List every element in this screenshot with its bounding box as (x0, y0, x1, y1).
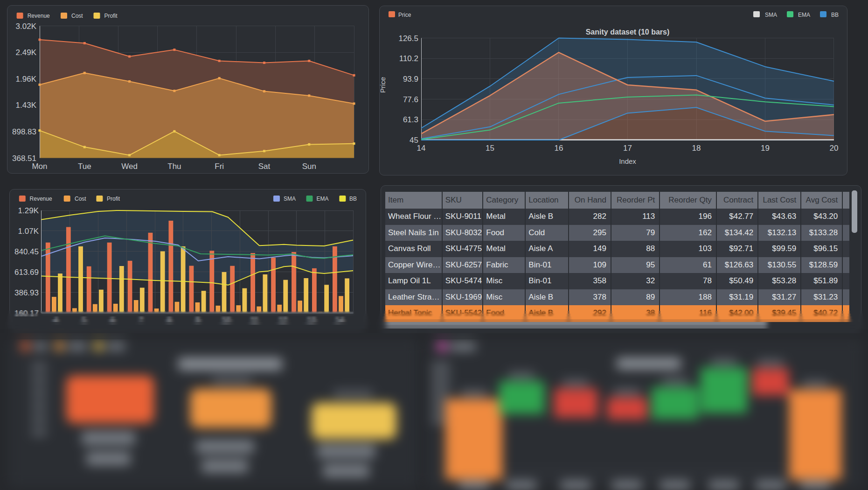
svg-text:Cost: Cost (75, 196, 86, 202)
svg-text:110.2: 110.2 (399, 54, 418, 63)
svg-text:Price: Price (379, 77, 387, 93)
svg-text:61.3: 61.3 (403, 115, 418, 124)
svg-text:Fri: Fri (215, 162, 224, 171)
svg-text:Profit: Profit (107, 196, 120, 202)
svg-text:2.49K: 2.49K (16, 48, 37, 57)
svg-text:Wed: Wed (121, 162, 138, 171)
svg-text:16: 16 (555, 144, 563, 153)
svg-text:Cost: Cost (71, 13, 83, 19)
svg-text:Profit: Profit (104, 13, 118, 19)
svg-text:126.5: 126.5 (398, 34, 418, 43)
svg-text:EMA: EMA (798, 12, 810, 18)
svg-text:Tue: Tue (78, 162, 91, 171)
svg-text:77.6: 77.6 (403, 95, 418, 104)
svg-text:1.29K: 1.29K (18, 206, 39, 215)
svg-text:Mon: Mon (32, 162, 47, 171)
svg-text:17: 17 (623, 144, 632, 153)
svg-text:SMA: SMA (284, 196, 296, 202)
svg-text:898.83: 898.83 (12, 127, 36, 136)
svg-text:Price: Price (398, 12, 411, 18)
svg-text:3.02K: 3.02K (16, 22, 37, 31)
svg-text:1.96K: 1.96K (16, 75, 37, 84)
svg-text:BB: BB (349, 196, 357, 202)
svg-text:840.45: 840.45 (14, 247, 39, 256)
svg-text:613.69: 613.69 (14, 268, 39, 277)
svg-text:Sun: Sun (302, 162, 316, 171)
svg-text:EMA: EMA (317, 196, 329, 202)
svg-text:1.07K: 1.07K (18, 227, 39, 236)
svg-text:Sanity dataset (10 bars): Sanity dataset (10 bars) (586, 28, 670, 36)
svg-text:20: 20 (830, 144, 839, 153)
svg-text:15: 15 (486, 144, 494, 153)
svg-text:Thu: Thu (167, 162, 181, 171)
svg-text:386.93: 386.93 (14, 288, 39, 297)
svg-text:19: 19 (761, 144, 770, 153)
svg-text:14: 14 (417, 144, 426, 153)
svg-text:93.9: 93.9 (403, 75, 418, 84)
svg-text:1.43K: 1.43K (16, 101, 37, 110)
svg-text:Sat: Sat (258, 162, 271, 171)
svg-text:SMA: SMA (765, 12, 777, 18)
svg-text:Index: Index (619, 157, 636, 165)
svg-text:BB: BB (831, 12, 839, 18)
svg-text:Revenue: Revenue (30, 196, 52, 202)
svg-text:Revenue: Revenue (28, 13, 50, 19)
svg-text:368.51: 368.51 (12, 154, 36, 163)
svg-text:18: 18 (692, 144, 701, 153)
